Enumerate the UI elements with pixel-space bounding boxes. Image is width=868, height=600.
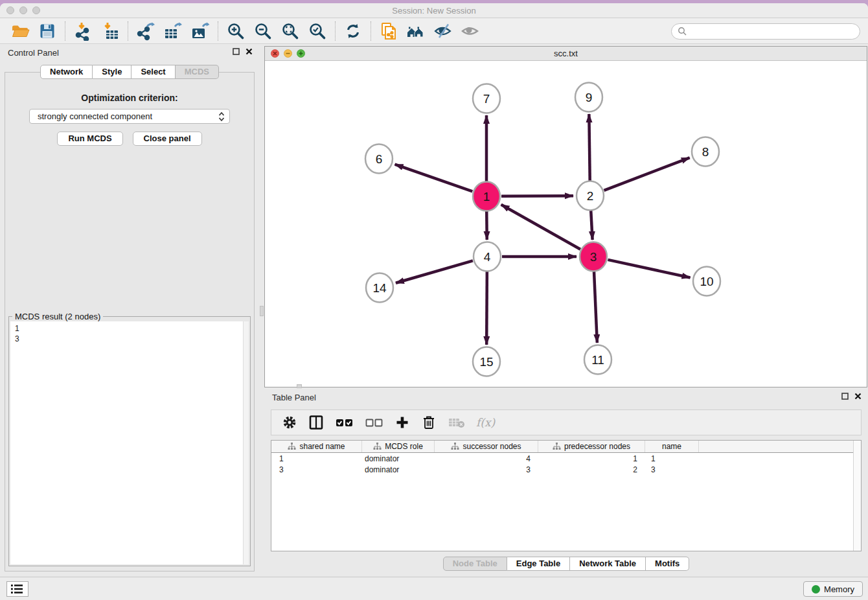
tab-mcds[interactable]: MCDS xyxy=(176,65,219,79)
export-image-button[interactable] xyxy=(187,21,214,41)
run-mcds-button[interactable]: Run MCDS xyxy=(57,132,122,146)
tab-node-table[interactable]: Node Table xyxy=(443,557,507,571)
result-scrollbar[interactable] xyxy=(243,321,249,564)
column-type-icon xyxy=(373,443,382,450)
add-column-plus-icon[interactable] xyxy=(394,415,410,430)
table-panel: Table Panel xyxy=(264,389,868,577)
graph-edge-3-1[interactable] xyxy=(501,205,580,249)
float-table-panel-icon[interactable] xyxy=(841,393,849,400)
export-network-button[interactable] xyxy=(132,21,159,41)
column-header-mcds-role[interactable]: MCDS role xyxy=(362,441,435,452)
horizontal-splitter-grip[interactable] xyxy=(297,384,302,388)
zoom-selected-button[interactable] xyxy=(304,21,331,41)
refresh-layout-button[interactable] xyxy=(339,21,367,41)
clone-network-button[interactable] xyxy=(375,21,402,41)
import-network-button[interactable] xyxy=(69,21,97,41)
export-network-icon xyxy=(136,21,155,41)
column-header-name[interactable]: name xyxy=(645,441,699,452)
function-builder-fx-icon: f(x) xyxy=(476,416,495,429)
search-icon xyxy=(678,27,687,36)
graph-node-label: 1 xyxy=(483,190,490,203)
table-cell[interactable]: 3 xyxy=(435,465,538,474)
table-settings-gear-icon[interactable] xyxy=(282,415,297,430)
zoom-out-icon xyxy=(253,21,273,41)
save-session-button[interactable] xyxy=(34,21,61,41)
delete-table-icon-disabled xyxy=(448,415,466,430)
table-cell[interactable]: dominator xyxy=(362,454,435,463)
close-table-panel-icon[interactable] xyxy=(854,393,862,400)
save-floppy-icon xyxy=(38,21,57,41)
column-header-predecessor-nodes[interactable]: predecessor nodes xyxy=(538,441,645,452)
vertical-splitter[interactable] xyxy=(259,45,264,577)
table-scrollbar[interactable] xyxy=(853,441,861,551)
close-panel-icon[interactable] xyxy=(246,48,253,55)
task-history-button[interactable] xyxy=(6,581,29,597)
app-window: Session: New Session xyxy=(0,3,868,600)
table-cell[interactable]: 2 xyxy=(538,465,645,474)
memory-button[interactable]: Memory xyxy=(803,581,863,597)
delete-column-trash-icon[interactable] xyxy=(420,414,437,431)
export-table-button[interactable] xyxy=(159,21,187,41)
zoom-out-button[interactable] xyxy=(249,21,277,41)
tab-select[interactable]: Select xyxy=(131,65,175,79)
refresh-icon xyxy=(343,21,363,41)
network-window-titlebar[interactable]: scc.txt xyxy=(265,47,867,61)
table-row[interactable]: 3dominator323 xyxy=(271,464,861,475)
show-columns-icon[interactable] xyxy=(308,414,325,431)
column-type-icon xyxy=(553,443,561,450)
deselect-all-icon[interactable] xyxy=(365,415,384,430)
toolbar-separator xyxy=(335,21,336,41)
tab-network-table[interactable]: Network Table xyxy=(570,557,646,571)
mcds-result-textarea[interactable]: 1 3 xyxy=(10,321,249,564)
table-cell[interactable]: 3 xyxy=(271,465,362,474)
graph-edge-2-9[interactable] xyxy=(589,114,589,181)
select-all-icon[interactable] xyxy=(335,415,354,430)
graph-edge-2-8[interactable] xyxy=(604,157,689,190)
graph-edge-3-11[interactable] xyxy=(594,271,597,343)
import-table-button[interactable] xyxy=(97,21,124,41)
graph-edge-4-15[interactable] xyxy=(486,271,487,345)
zoom-fit-icon xyxy=(280,21,300,41)
column-header-shared-name[interactable]: shared name xyxy=(271,441,362,452)
first-neighbors-button[interactable] xyxy=(402,21,429,41)
main-toolbar xyxy=(0,19,868,44)
toolbar-separator xyxy=(65,21,65,41)
show-all-button[interactable] xyxy=(457,21,484,41)
table-cell[interactable]: dominator xyxy=(362,465,435,474)
hide-selected-button[interactable] xyxy=(429,21,457,41)
control-panel-title: Control Panel xyxy=(8,48,59,58)
splitter-grip[interactable] xyxy=(260,306,264,316)
export-image-icon xyxy=(190,21,210,41)
search-input[interactable] xyxy=(687,27,849,36)
tab-edge-table[interactable]: Edge Table xyxy=(507,557,570,571)
table-cell[interactable]: 4 xyxy=(435,454,538,463)
float-panel-icon[interactable] xyxy=(233,48,240,55)
zoom-fit-button[interactable] xyxy=(277,21,304,41)
search-field[interactable] xyxy=(671,23,860,40)
tab-network[interactable]: Network xyxy=(40,65,93,79)
graph-node-label: 15 xyxy=(479,355,493,369)
graph-edge-3-10[interactable] xyxy=(608,260,690,278)
graph-edge-1-6[interactable] xyxy=(395,165,473,192)
table-row[interactable]: 1dominator411 xyxy=(271,453,861,464)
open-file-button[interactable] xyxy=(6,21,34,41)
node-table-body: 1dominator4113dominator323 xyxy=(271,453,861,475)
table-cell[interactable]: 1 xyxy=(645,454,699,463)
tab-motifs[interactable]: Motifs xyxy=(646,557,689,571)
optimization-criterion-select[interactable]: strongly connected component xyxy=(29,109,230,124)
close-panel-button[interactable]: Close panel xyxy=(133,132,202,146)
zoom-in-button[interactable] xyxy=(222,21,249,41)
network-graph-canvas[interactable]: 7968124314101511 xyxy=(265,61,867,387)
tab-style[interactable]: Style xyxy=(93,65,131,79)
zoom-selected-icon xyxy=(308,21,327,41)
graph-edge-2-3[interactable] xyxy=(591,211,592,240)
graph-edge-1-2[interactable] xyxy=(501,196,573,196)
table-cell[interactable]: 1 xyxy=(271,454,362,463)
graph-edge-4-14[interactable] xyxy=(396,260,473,283)
table-cell[interactable]: 1 xyxy=(538,454,645,463)
graph-node-label: 2 xyxy=(587,189,594,203)
column-header-successor-nodes[interactable]: successor nodes xyxy=(435,441,538,452)
table-cell[interactable]: 3 xyxy=(645,465,699,474)
graph-node-label: 8 xyxy=(702,145,709,159)
header-filler xyxy=(699,441,861,452)
